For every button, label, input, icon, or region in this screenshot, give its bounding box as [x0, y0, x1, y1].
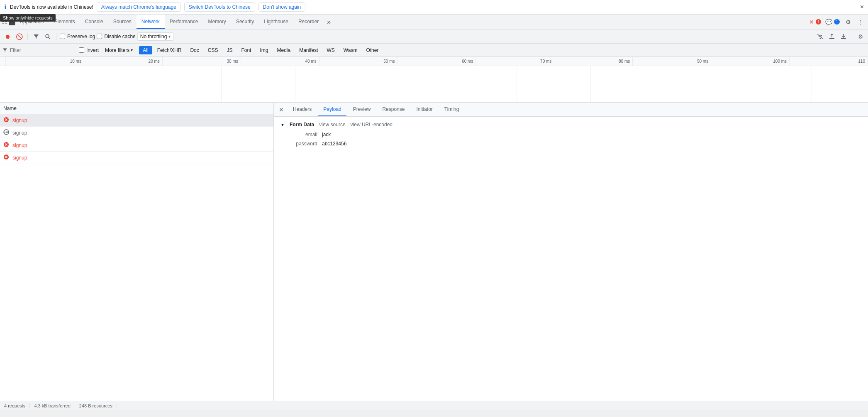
invert-checkbox[interactable] — [79, 47, 84, 53]
detail-close-btn[interactable]: ✕ — [276, 105, 286, 115]
dont-show-again-btn[interactable]: Don't show again — [258, 2, 306, 12]
tab-initiator[interactable]: Initiator — [411, 103, 437, 116]
form-data-row-email: email: jack — [280, 132, 861, 137]
tab-preview[interactable]: Preview — [348, 103, 376, 116]
info-icon: ℹ — [4, 3, 7, 11]
filter-all-btn[interactable]: All — [139, 46, 152, 54]
preserve-log-label[interactable]: Preserve log — [60, 34, 95, 39]
throttle-label: No throttling — [140, 34, 167, 39]
tab-timing[interactable]: Timing — [439, 103, 464, 116]
tab-recorder[interactable]: Recorder — [293, 15, 324, 29]
grid-line-1 — [74, 66, 74, 103]
error-icon: ✕ — [809, 19, 814, 25]
filter-ws-btn[interactable]: WS — [323, 46, 339, 54]
preserve-log-checkbox[interactable] — [60, 34, 65, 39]
view-urlencoded-link[interactable]: view URL-encoded — [351, 122, 393, 128]
info-bar: ℹ DevTools is now available in Chinese! … — [0, 0, 868, 15]
throttle-chevron: ▾ — [168, 34, 171, 39]
more-options-btn[interactable]: ⋮ — [855, 16, 866, 28]
network-toolbar: ⏺ 🚫 Preserve log Disable cache No thrott… — [0, 29, 868, 44]
svg-point-9 — [6, 132, 7, 133]
invert-label[interactable]: Invert — [79, 47, 99, 53]
grid-line-2 — [148, 66, 148, 103]
clear-log-btn[interactable]: 🚫 — [14, 32, 24, 42]
password-key: password: — [289, 141, 322, 147]
filter-css-btn[interactable]: CSS — [204, 46, 222, 54]
svg-line-1 — [49, 37, 50, 39]
error-badge-wrapper[interactable]: ✕ 1 — [807, 18, 823, 26]
svg-rect-3 — [829, 38, 834, 39]
tick-1: 10 ms — [6, 57, 84, 66]
filter-input[interactable] — [10, 47, 76, 53]
tick-11: 110 — [790, 57, 868, 66]
tab-console[interactable]: Console — [80, 15, 108, 29]
throttle-wrapper[interactable]: No throttling ▾ — [137, 32, 174, 41]
tick-8: 80 ms — [554, 57, 633, 66]
tab-payload[interactable]: Payload — [318, 103, 346, 116]
table-row[interactable]: signup — [0, 139, 273, 152]
grid-line-3 — [221, 66, 222, 103]
disable-cache-label[interactable]: Disable cache — [97, 34, 135, 39]
wifi-icon-btn[interactable] — [815, 32, 825, 42]
left-panel: Name signup signup sign — [0, 103, 274, 401]
settings-gear-btn[interactable]: ⚙ — [842, 16, 854, 28]
tick-0 — [0, 57, 6, 66]
message-icon: 💬 — [825, 19, 832, 25]
tab-bar-icons: ✕ 1 💬 1 ⚙ ⋮ — [807, 16, 866, 28]
tab-network[interactable]: Network — [137, 15, 165, 29]
settings-btn[interactable]: ⚙ — [856, 32, 866, 42]
tab-performance[interactable]: Performance — [165, 15, 203, 29]
table-row[interactable]: signup — [0, 127, 273, 139]
tick-6: 60 ms — [398, 57, 476, 66]
tab-sources[interactable]: Sources — [108, 15, 137, 29]
switch-devtools-btn[interactable]: Switch DevTools to Chinese — [184, 2, 255, 12]
export-har-btn[interactable] — [839, 32, 848, 42]
filter-doc-btn[interactable]: Doc — [186, 46, 202, 54]
tab-response[interactable]: Response — [377, 103, 410, 116]
form-data-section-name: Form Data — [290, 122, 314, 128]
search-btn[interactable] — [43, 32, 53, 42]
always-match-btn[interactable]: Always match Chrome's language — [97, 2, 181, 12]
msg-count: 1 — [834, 19, 840, 25]
msg-badge-wrapper[interactable]: 💬 1 — [824, 18, 841, 26]
pending-icon — [3, 129, 9, 136]
svg-rect-4 — [841, 38, 846, 39]
tab-memory[interactable]: Memory — [203, 15, 231, 29]
detail-content: ▼ Form Data view source view URL-encoded… — [274, 117, 868, 401]
filter-img-btn[interactable]: Img — [256, 46, 272, 54]
filter-wasm-btn[interactable]: Wasm — [340, 46, 361, 54]
timeline-header: 10 ms 20 ms 30 ms 40 ms 50 ms 60 ms 70 m… — [0, 57, 868, 66]
more-filters-chevron: ▾ — [131, 48, 133, 52]
filter-font-btn[interactable]: Font — [237, 46, 255, 54]
tab-security[interactable]: Security — [231, 15, 259, 29]
view-source-link[interactable]: view source — [319, 122, 345, 128]
filter-bar: Invert More filters ▾ All Fetch/XHR Doc … — [0, 44, 868, 57]
error-circle-icon — [3, 154, 9, 161]
more-tabs-btn[interactable]: » — [324, 15, 334, 29]
svg-point-11 — [7, 132, 8, 133]
table-row[interactable]: signup — [0, 114, 273, 127]
collapse-triangle-icon[interactable]: ▼ — [280, 123, 285, 127]
tab-headers[interactable]: Headers — [288, 103, 317, 116]
resources-size: 248 B resources — [75, 403, 117, 408]
filter-other-btn[interactable]: Other — [362, 46, 382, 54]
tab-lighthouse[interactable]: Lighthouse — [259, 15, 293, 29]
toolbar-sep-3 — [852, 33, 852, 40]
close-icon[interactable]: × — [860, 3, 864, 11]
form-data-row-password: password: abc123456 — [280, 141, 861, 147]
disable-cache-checkbox[interactable] — [97, 34, 102, 39]
tick-10: 100 ms — [711, 57, 790, 66]
filter-media-btn[interactable]: Media — [273, 46, 294, 54]
more-filters-btn[interactable]: More filters ▾ — [101, 46, 137, 54]
stop-recording-btn[interactable]: ⏺ — [2, 32, 12, 42]
filter-fetch-xhr-btn[interactable]: Fetch/XHR — [154, 46, 185, 54]
filter-js-btn[interactable]: JS — [223, 46, 236, 54]
filter-toggle-btn[interactable] — [31, 32, 41, 42]
main-area: Name signup signup sign — [0, 103, 868, 401]
table-row[interactable]: signup — [0, 152, 273, 164]
filter-manifest-btn[interactable]: Manifest — [295, 46, 322, 54]
password-value: abc123456 — [322, 141, 346, 147]
import-har-btn[interactable] — [827, 32, 837, 42]
request-list: signup signup signup signu — [0, 114, 273, 164]
toolbar-sep-1 — [27, 33, 28, 40]
